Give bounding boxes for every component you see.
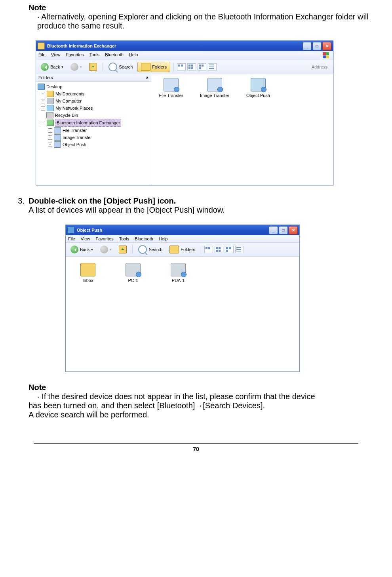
- menu-view[interactable]: View: [81, 236, 90, 241]
- minimize-button[interactable]: _: [269, 226, 278, 234]
- view-buttons: [177, 63, 217, 70]
- content-pane: File Transfer Image Transfer Object Push: [151, 74, 333, 185]
- expand-icon[interactable]: +: [41, 106, 45, 110]
- menu-bluetooth[interactable]: Bluetooth: [105, 52, 124, 59]
- up-button[interactable]: [116, 245, 129, 254]
- back-icon: [41, 63, 49, 71]
- minimize-button[interactable]: _: [303, 42, 312, 50]
- expand-icon[interactable]: +: [41, 99, 45, 103]
- menu-tools[interactable]: Tools: [119, 236, 129, 241]
- menu-help[interactable]: Help: [159, 236, 168, 241]
- address-label: Address: [312, 65, 331, 69]
- note-body-line2: has been turned on, and then select [Blu…: [29, 401, 388, 410]
- step-3: 3. Double-click on the [Object Push] ico…: [0, 196, 392, 215]
- note-label: Note: [29, 3, 388, 12]
- file-transfer-icon: [164, 78, 179, 91]
- back-button[interactable]: Back ▾: [68, 245, 95, 254]
- search-button[interactable]: Search: [106, 62, 135, 72]
- bullet: ·: [37, 12, 41, 21]
- folders-icon: [141, 63, 150, 71]
- menubar: File View Favorites Tools Bluetooth Help: [36, 51, 333, 60]
- close-pane-button[interactable]: ×: [146, 75, 148, 80]
- expand-icon[interactable]: +: [48, 135, 52, 140]
- windows-flag-icon: [323, 52, 331, 59]
- dropdown-arrow-icon[interactable]: ▾: [61, 65, 63, 69]
- toolbar: Back ▾ ▾ Search Folders: [36, 60, 333, 74]
- dropdown-arrow-icon[interactable]: ▾: [110, 248, 112, 251]
- tree-recycle[interactable]: Recycle Bin: [38, 112, 149, 119]
- dropdown-arrow-icon[interactable]: ▾: [80, 65, 82, 69]
- menu-view[interactable]: View: [51, 52, 61, 59]
- view-thumbnails-icon[interactable]: [204, 246, 213, 253]
- titlebar[interactable]: Object Push _ □ ✕: [66, 225, 299, 235]
- folder-icon: [38, 42, 45, 50]
- close-button[interactable]: ✕: [322, 42, 331, 50]
- item-pc1[interactable]: PC-1: [117, 263, 149, 283]
- collapse-icon[interactable]: −: [41, 121, 45, 125]
- maximize-button[interactable]: □: [279, 226, 288, 234]
- note-body-line3: A device search will be performed.: [29, 410, 388, 419]
- menu-tools[interactable]: Tools: [89, 52, 100, 59]
- dropdown-arrow-icon[interactable]: ▾: [91, 248, 93, 251]
- view-buttons: [204, 246, 244, 253]
- inbox-icon: [80, 263, 95, 276]
- menu-help[interactable]: Help: [129, 52, 138, 59]
- expand-icon[interactable]: +: [48, 143, 52, 147]
- forward-icon: [100, 246, 108, 253]
- view-list-icon[interactable]: [235, 246, 244, 253]
- expand-icon[interactable]: +: [48, 128, 52, 133]
- menu-file[interactable]: File: [38, 52, 46, 59]
- expand-icon[interactable]: +: [41, 92, 45, 96]
- tree-file-transfer[interactable]: +File Transfer: [38, 127, 149, 134]
- step-body: A list of devices will appear in the [Ob…: [29, 206, 392, 215]
- tree-mycomp[interactable]: +My Computer: [38, 97, 149, 105]
- forward-button[interactable]: ▾: [98, 245, 114, 254]
- forward-button[interactable]: ▾: [68, 62, 84, 72]
- up-button[interactable]: [87, 62, 99, 72]
- tree-object-push[interactable]: +Object Push: [38, 141, 149, 148]
- view-thumbnails-icon[interactable]: [177, 63, 186, 70]
- bullet: ·: [37, 392, 42, 401]
- view-icons-icon[interactable]: [198, 63, 206, 70]
- menu-bluetooth[interactable]: Bluetooth: [135, 236, 153, 241]
- page-footer: 70: [34, 443, 358, 452]
- menu-favorites[interactable]: Favorites: [95, 236, 113, 241]
- item-file-transfer[interactable]: File Transfer: [155, 78, 187, 98]
- note-block-2: Note · If the desired device does not ap…: [29, 383, 388, 419]
- item-object-push[interactable]: Object Push: [242, 78, 274, 98]
- device-icon: [171, 263, 186, 276]
- up-icon: [89, 63, 97, 71]
- item-inbox[interactable]: Inbox: [72, 263, 104, 283]
- search-button[interactable]: Search: [136, 244, 165, 255]
- note-label: Note: [29, 383, 388, 392]
- folders-button[interactable]: Folders: [137, 62, 170, 72]
- folders-icon: [169, 246, 179, 253]
- note-block-1: Note · Alternatively, opening Explorer a…: [29, 3, 388, 30]
- tree-image-transfer[interactable]: +Image Transfer: [38, 134, 149, 141]
- view-tiles-icon[interactable]: [215, 246, 223, 253]
- item-pda1[interactable]: PDA-1: [162, 263, 194, 283]
- menubar: File View Favorites Tools Bluetooth Help: [66, 235, 299, 243]
- window-title: Bluetooth Information Exchanger: [47, 44, 116, 48]
- object-push-icon: [251, 78, 266, 91]
- content-pane: Inbox PC-1 PDA-1: [66, 257, 299, 371]
- folders-button[interactable]: Folders: [167, 245, 198, 254]
- tree-btie[interactable]: −Bluetooth Information Exchanger: [38, 119, 149, 127]
- search-icon: [108, 63, 117, 71]
- tree-desktop[interactable]: Desktop: [38, 83, 149, 90]
- tree-mydocs[interactable]: +My Documents: [38, 90, 149, 97]
- view-icons-icon[interactable]: [225, 246, 234, 253]
- menu-favorites[interactable]: Favorites: [66, 52, 84, 59]
- view-list-icon[interactable]: [208, 63, 217, 70]
- forward-icon: [70, 63, 78, 71]
- item-image-transfer[interactable]: Image Transfer: [199, 78, 230, 98]
- note-body: · If the desired device does not appear …: [37, 392, 388, 401]
- close-button[interactable]: ✕: [289, 226, 298, 234]
- view-tiles-icon[interactable]: [187, 63, 196, 70]
- back-button[interactable]: Back ▾: [38, 62, 66, 72]
- step-number: 3.: [0, 196, 29, 215]
- menu-file[interactable]: File: [68, 236, 75, 241]
- maximize-button[interactable]: □: [312, 42, 322, 50]
- titlebar[interactable]: Bluetooth Information Exchanger _ □ ✕: [36, 41, 333, 51]
- tree-mynet[interactable]: +My Network Places: [38, 105, 149, 112]
